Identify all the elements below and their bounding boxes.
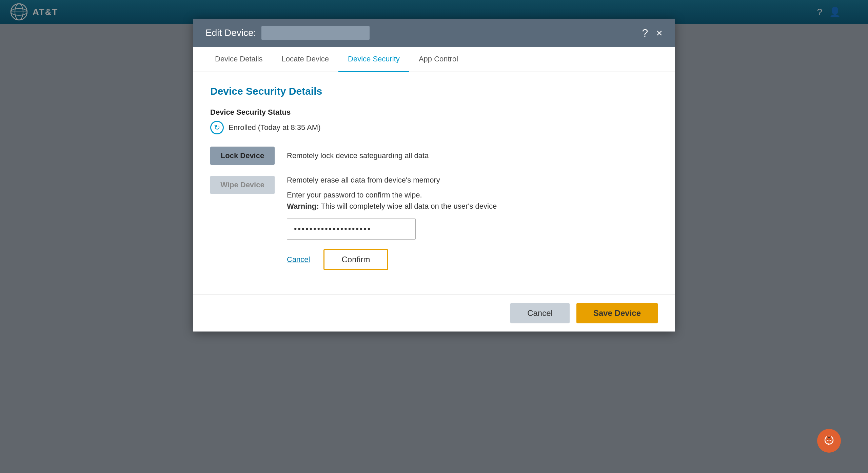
status-label: Device Security Status — [210, 108, 658, 117]
lock-device-desc: Remotely lock device safeguarding all da… — [287, 147, 429, 160]
modal-tabs: Device Details Locate Device Device Secu… — [193, 47, 675, 72]
modal-close-icon[interactable]: × — [656, 27, 663, 39]
wipe-warning-bold: Warning: — [287, 202, 319, 210]
cancel-wipe-button[interactable]: Cancel — [287, 255, 310, 264]
enrolled-icon — [210, 121, 224, 134]
modal-header-icons: ? × — [642, 27, 663, 39]
modal-title-area: Edit Device: ██████████ — [205, 26, 370, 40]
wipe-device-section: Remotely erase all data from device's me… — [287, 176, 497, 270]
confirm-action-row: Cancel Confirm — [287, 249, 497, 270]
status-text: Enrolled (Today at 8:35 AM) — [229, 123, 320, 132]
svg-point-11 — [829, 437, 830, 438]
tab-locate-device[interactable]: Locate Device — [272, 47, 338, 72]
chat-bubble-icon — [823, 435, 835, 447]
modal-footer: Cancel Save Device — [193, 295, 675, 332]
wipe-warning: Enter your password to confirm the wipe.… — [287, 189, 497, 212]
modal-title-text: Edit Device: — [205, 27, 256, 38]
lock-device-row: Lock Device Remotely lock device safegua… — [210, 147, 658, 165]
modal-header: Edit Device: ██████████ ? × — [193, 19, 675, 47]
footer-save-button[interactable]: Save Device — [576, 303, 658, 323]
lock-device-button[interactable]: Lock Device — [210, 147, 275, 165]
status-value: Enrolled (Today at 8:35 AM) — [210, 121, 658, 134]
device-security-status-section: Device Security Status Enrolled (Today a… — [210, 108, 658, 134]
tab-app-control[interactable]: App Control — [409, 47, 468, 72]
modal-overlay: Edit Device: ██████████ ? × Device Detai… — [0, 0, 868, 473]
tab-device-details[interactable]: Device Details — [205, 47, 272, 72]
wipe-device-row: Wipe Device Remotely erase all data from… — [210, 176, 658, 270]
svg-point-10 — [828, 437, 829, 438]
chat-support-bubble[interactable] — [817, 429, 841, 453]
section-title: Device Security Details — [210, 86, 658, 97]
wipe-device-desc: Remotely erase all data from device's me… — [287, 176, 497, 185]
wipe-warning-rest: This will completely wipe all data on th… — [321, 202, 497, 210]
wipe-device-button[interactable]: Wipe Device — [210, 176, 275, 194]
modal-body: Device Security Details Device Security … — [193, 72, 675, 295]
wipe-warning-prefix: Enter your password to confirm the wipe. — [287, 191, 422, 199]
modal-device-name: ██████████ — [261, 26, 369, 40]
confirm-wipe-button[interactable]: Confirm — [323, 249, 388, 270]
footer-cancel-button[interactable]: Cancel — [510, 303, 570, 323]
edit-device-modal: Edit Device: ██████████ ? × Device Detai… — [193, 19, 675, 332]
modal-help-icon[interactable]: ? — [642, 27, 648, 39]
password-input[interactable] — [287, 219, 416, 240]
svg-point-9 — [827, 436, 831, 440]
tab-device-security[interactable]: Device Security — [338, 47, 409, 72]
